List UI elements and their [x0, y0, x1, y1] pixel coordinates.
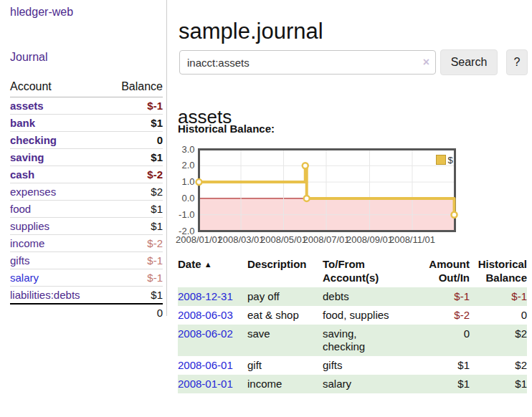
- col-accounts: To/FromAccount(s): [323, 256, 414, 287]
- main-content: sample.journal × Search ? assets Histori…: [178, 0, 532, 417]
- txn-amount: 0: [414, 325, 470, 356]
- txn-date-link[interactable]: 2008-06-03: [178, 309, 233, 321]
- search-input[interactable]: [179, 50, 436, 75]
- accounts-col-account: Account: [10, 79, 106, 97]
- register-row: 2008-06-02 save saving, checking 0 $2: [178, 325, 527, 356]
- txn-accounts: gifts: [323, 356, 414, 375]
- account-row-saving: saving $1: [10, 149, 163, 166]
- register-row: 2008-01-01 income salary $1 $1: [178, 375, 527, 393]
- svg-text:2.0: 2.0: [181, 160, 194, 171]
- app-brand-link[interactable]: hledger-web: [10, 6, 73, 19]
- chart-label: Historical Balance:: [178, 123, 275, 135]
- historical-balance-chart: $3.02.01.00.0-1.0-2.02008/01/012008/03/0…: [178, 145, 532, 249]
- txn-accounts: saving, checking: [323, 325, 414, 356]
- svg-text:2008/03/01: 2008/03/01: [217, 234, 264, 245]
- txn-balance: $1: [470, 375, 527, 393]
- account-balance: $-2: [106, 235, 163, 252]
- accounts-total-value: 0: [106, 304, 163, 321]
- txn-accounts: food, supplies: [323, 306, 414, 325]
- account-row-bank: bank $1: [10, 115, 163, 132]
- col-balance: HistoricalBalance: [470, 256, 527, 287]
- svg-text:3.0: 3.0: [181, 144, 194, 155]
- txn-balance: $-1: [470, 287, 527, 306]
- account-row-salary: salary $-1: [10, 269, 163, 287]
- account-row-expenses: expenses $2: [10, 183, 163, 201]
- sidebar: hledger-web Journal Account Balance asse…: [0, 0, 167, 316]
- txn-description: save: [247, 325, 323, 356]
- account-link-supplies[interactable]: supplies: [10, 220, 49, 232]
- account-balance: $1: [106, 218, 163, 235]
- hledger-web-window: hledger-web Journal Account Balance asse…: [0, 0, 532, 417]
- account-row-assets: assets $-1: [10, 97, 163, 115]
- account-row-cash: cash $-2: [10, 166, 163, 183]
- account-row-checking: checking 0: [10, 132, 163, 149]
- account-link-checking[interactable]: checking: [10, 134, 57, 146]
- txn-description: eat & shop: [247, 306, 323, 325]
- col-amount: AmountOut/In: [414, 256, 470, 287]
- account-link-cash[interactable]: cash: [10, 168, 34, 181]
- txn-balance: $2: [470, 325, 527, 356]
- account-link-saving[interactable]: saving: [10, 151, 44, 163]
- txn-date-link[interactable]: 2008-01-01: [178, 378, 233, 390]
- account-link-salary[interactable]: salary: [10, 272, 39, 284]
- account-balance: $1: [106, 287, 163, 305]
- register-row: 2008-06-03 eat & shop food, supplies $-2…: [178, 306, 527, 325]
- txn-amount: $-1: [414, 287, 470, 306]
- svg-text:0.0: 0.0: [181, 193, 194, 203]
- chart-canvas: $3.02.01.00.0-1.0-2.02008/01/012008/03/0…: [178, 145, 532, 249]
- register-header-row: Date ▲ Description To/FromAccount(s) Amo…: [178, 256, 527, 287]
- account-row-food: food $1: [10, 201, 163, 218]
- account-link-gifts[interactable]: gifts: [10, 254, 30, 267]
- account-link-income[interactable]: income: [10, 237, 44, 249]
- svg-text:-1.0: -1.0: [179, 209, 194, 220]
- txn-date-link[interactable]: 2008-06-01: [178, 359, 233, 371]
- account-link-bank[interactable]: bank: [10, 117, 35, 129]
- txn-date-link[interactable]: 2008-06-02: [178, 327, 233, 340]
- txn-description: income: [247, 375, 323, 393]
- accounts-total-row: 0: [10, 304, 163, 321]
- account-balance: $1: [106, 149, 163, 166]
- txn-balance: 0: [470, 306, 527, 325]
- txn-accounts: salary: [323, 375, 414, 393]
- sort-asc-icon: ▲: [204, 260, 212, 269]
- account-balance: $-1: [106, 252, 163, 269]
- account-row-supplies: supplies $1: [10, 218, 163, 235]
- account-row-liabilities-debts: liabilities:debts $1: [10, 287, 163, 305]
- register-table: Date ▲ Description To/FromAccount(s) Amo…: [178, 256, 527, 393]
- txn-accounts: debts: [323, 287, 414, 306]
- svg-text:2008/09/01: 2008/09/01: [346, 234, 393, 245]
- account-row-gifts: gifts $-1: [10, 252, 163, 269]
- help-button[interactable]: ?: [506, 49, 528, 75]
- search-input-wrap: ×: [179, 50, 436, 75]
- account-link-liabilities-debts[interactable]: liabilities:debts: [10, 289, 80, 301]
- account-link-assets[interactable]: assets: [10, 100, 44, 112]
- account-balance: $1: [106, 115, 163, 132]
- svg-text:2008/11/01: 2008/11/01: [389, 234, 435, 245]
- clear-search-icon[interactable]: ×: [423, 56, 429, 69]
- search-form: × Search ?: [179, 49, 528, 75]
- txn-description: pay off: [247, 287, 323, 306]
- accounts-table: Account Balance assets $-1 bank $1 check…: [10, 79, 163, 321]
- col-date-sort[interactable]: Date ▲: [178, 256, 247, 287]
- col-description: Description: [247, 256, 323, 287]
- svg-text:2008/07/01: 2008/07/01: [303, 234, 349, 245]
- accounts-header-row: Account Balance: [10, 79, 163, 97]
- txn-date-link[interactable]: 2008-12-31: [178, 290, 233, 302]
- svg-text:1.0: 1.0: [181, 176, 194, 187]
- account-balance: $-1: [106, 269, 163, 287]
- txn-amount: $1: [414, 356, 470, 375]
- account-row-income: income $-2: [10, 235, 163, 252]
- account-balance: $-1: [106, 97, 163, 115]
- account-balance: $-2: [106, 166, 163, 183]
- account-balance: $1: [106, 201, 163, 218]
- account-link-expenses[interactable]: expenses: [10, 186, 56, 198]
- search-button[interactable]: Search: [440, 49, 498, 75]
- accounts-col-balance: Balance: [106, 79, 163, 97]
- svg-text:2008/05/01: 2008/05/01: [260, 234, 307, 245]
- register-row: 2008-06-01 gift gifts $1 $2: [178, 356, 527, 375]
- account-link-food[interactable]: food: [10, 203, 31, 215]
- sidebar-item-journal[interactable]: Journal: [10, 51, 47, 64]
- txn-amount: $1: [414, 375, 470, 393]
- txn-balance: $2: [470, 356, 527, 375]
- svg-text:2008/01/01: 2008/01/01: [176, 234, 222, 245]
